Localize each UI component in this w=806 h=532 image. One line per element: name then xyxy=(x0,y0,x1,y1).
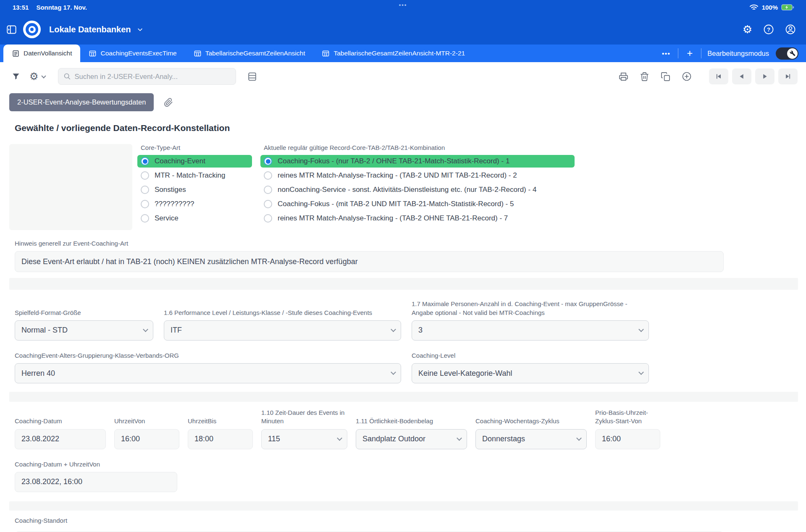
tab-tabellarischegesamtzeilenansicht[interactable]: TabellarischeGesamtZeilenAnsicht xyxy=(185,45,314,62)
table-view-icon xyxy=(194,50,202,58)
radio-option[interactable]: Coaching-Event xyxy=(137,155,252,168)
table-view-icon xyxy=(322,50,330,58)
form-row: Coaching-Standort TC Büchlberg xyxy=(0,516,806,532)
wrench-icon xyxy=(787,48,798,59)
first-record-button[interactable] xyxy=(709,68,728,84)
radio-icon xyxy=(141,214,149,223)
wochentag-field: Coaching-Wochentags-Zyklus Donnerstags xyxy=(475,417,587,449)
max-personen-dropdown[interactable]: 3 xyxy=(412,320,649,341)
multitask-dots[interactable]: ••• xyxy=(399,2,407,8)
coaching-datum-input[interactable]: 23.08.2022 xyxy=(15,429,106,449)
field-label: UhrzeitBis xyxy=(188,417,253,425)
view-settings-gear-icon[interactable]: ⚙ xyxy=(29,71,39,81)
attachment-paperclip-icon[interactable] xyxy=(164,98,173,107)
datum-uhrzeit-input[interactable]: 23.08.2022, 16:00 xyxy=(15,472,177,492)
divider xyxy=(701,48,701,58)
last-record-button[interactable] xyxy=(778,68,798,84)
ninox-logo[interactable] xyxy=(23,21,41,38)
form-view-icon xyxy=(12,50,20,58)
workspace-chevron-down-icon[interactable] xyxy=(137,26,143,33)
radio-option-label: Coaching-Event xyxy=(155,157,205,165)
tab-tabellarischegesamtzeilenansicht-mtr-2-21[interactable]: TabellarischeGesamtZeilenAnsicht-MTR-2-2… xyxy=(313,45,473,62)
uhrzeit-bis-field: UhrzeitBis 18:00 xyxy=(188,417,253,449)
prio-start-input[interactable]: 16:00 xyxy=(595,429,660,449)
tab-coachingeventsexectime[interactable]: CoachingEventsExecTime xyxy=(80,45,185,62)
hinweis-field: Hinweis generell zur Event-Coaching-Art … xyxy=(15,239,806,272)
radio-option[interactable]: nonCoaching-Service - sonst. Aktivitäts-… xyxy=(260,183,575,196)
spielfeld-field: Spielfeld-Format-Größe Normal - STD xyxy=(15,309,153,341)
radio-option[interactable]: reines MTR Match-Analyse-Tracking - (TAB… xyxy=(260,212,575,225)
bodenbelag-dropdown[interactable]: Sandplatz Outdoor xyxy=(356,429,467,449)
field-label: 1.7 Maximale Personen-Anzahl in d. Coach… xyxy=(412,300,649,317)
dropdown-value: Keine Level-Kategorie-Wahl xyxy=(418,369,512,378)
add-record-icon[interactable] xyxy=(682,71,692,81)
field-label: Prio-Basis-Uhrzeit-Zyklus-Start-Von xyxy=(595,409,660,426)
field-label: 1.11 Örtlichkeit-Bodenbelag xyxy=(356,417,467,425)
field-label: 1.10 Zeit-Dauer des Events in Minuten xyxy=(261,409,347,426)
form-row: Coaching-Datum + UhrzeitVon 23.08.2022, … xyxy=(0,460,806,492)
print-icon[interactable] xyxy=(619,72,628,81)
section-divider xyxy=(9,501,798,511)
performance-dropdown[interactable]: ITF xyxy=(164,320,401,341)
duplicate-record-icon[interactable] xyxy=(661,72,670,81)
coaching-level-field: Coaching-Level Keine Level-Kategorie-Wah… xyxy=(412,351,649,383)
edit-mode-toggle[interactable] xyxy=(776,47,798,60)
radio-option[interactable]: MTR - Match-Tracking xyxy=(137,169,252,182)
uhrzeit-von-field: UhrzeitVon 16:00 xyxy=(114,417,179,449)
view-tab-bar: DatenVollansicht CoachingEventsExecTime … xyxy=(0,45,806,62)
spielfeld-dropdown[interactable]: Normal - STD xyxy=(15,320,153,341)
radio-option[interactable]: Service xyxy=(137,212,252,225)
search-input[interactable]: Suchen in 2-USER-Event-Analy... xyxy=(58,68,236,85)
chevron-down-icon xyxy=(457,435,462,441)
radio-option[interactable]: ?????????? xyxy=(137,198,252,210)
help-icon[interactable]: ? xyxy=(763,24,774,35)
radio-option[interactable]: Sonstiges xyxy=(137,183,252,196)
table-name-button[interactable]: 2-USER-Event-Analyse-Bewertungsdaten xyxy=(9,93,154,111)
wochentag-dropdown[interactable]: Donnerstags xyxy=(475,429,587,449)
uhrzeit-bis-input[interactable]: 18:00 xyxy=(188,429,253,449)
hinweis-input[interactable]: Diese Event-Art erlaubt / hat in TAB-21 … xyxy=(15,251,724,272)
radio-option[interactable]: Coaching-Fokus - (nur TAB-2 / OHNE TAB-2… xyxy=(260,155,575,168)
radio-option-label: ?????????? xyxy=(155,200,194,208)
table-view-icon xyxy=(89,50,97,58)
radio-option[interactable]: Coaching-Fokus - (mit TAB-2 UND MIT TAB-… xyxy=(260,198,575,210)
edit-mode-label: Bearbeitungsmodus xyxy=(707,50,769,58)
uhrzeit-von-input[interactable]: 16:00 xyxy=(114,429,179,449)
more-tabs-button[interactable]: ••• xyxy=(654,50,678,57)
chevron-down-icon[interactable] xyxy=(41,73,46,78)
alters-gruppe-dropdown[interactable]: Herren 40 xyxy=(15,363,401,383)
datum-uhrzeit-field: Coaching-Datum + UhrzeitVon 23.08.2022, … xyxy=(15,460,177,492)
delete-record-icon[interactable] xyxy=(640,72,649,81)
record-constellation-zone: Core-Type-Art Coaching-Event MTR - Match… xyxy=(0,144,806,230)
wifi-icon xyxy=(749,4,759,10)
workspace-title[interactable]: Lokale Datenbanken xyxy=(49,25,131,34)
next-record-button[interactable] xyxy=(755,68,774,84)
field-label: Coaching-Datum + UhrzeitVon xyxy=(15,460,177,469)
tab-datenvollansicht[interactable]: DatenVollansicht xyxy=(3,45,80,62)
record-header-row: 2-USER-Event-Analyse-Bewertungsdaten xyxy=(0,91,806,116)
radio-option-label: Sonstiges xyxy=(155,186,186,194)
coaching-level-dropdown[interactable]: Keine Level-Kategorie-Wahl xyxy=(412,363,649,383)
radio-option-label: Coaching-Fokus - (nur TAB-2 / OHNE TAB-2… xyxy=(278,157,509,165)
dropdown-value: Normal - STD xyxy=(21,326,68,335)
prio-start-field: Prio-Basis-Uhrzeit-Zyklus-Start-Von 16:0… xyxy=(595,409,660,449)
previous-record-button[interactable] xyxy=(732,68,751,84)
sidebar-toggle-icon[interactable] xyxy=(6,24,17,35)
dauer-dropdown[interactable]: 115 xyxy=(261,429,347,449)
radio-icon xyxy=(141,200,149,208)
radio-icon xyxy=(264,171,272,180)
field-label: 1.6 Performance Level / Leistungs-Klasse… xyxy=(164,309,401,317)
radio-option[interactable]: reines MTR Match-Analyse-Tracking - (TAB… xyxy=(260,169,575,182)
field-label: Aktuelle regulär gültige Record-Core-TAB… xyxy=(260,144,575,151)
account-icon[interactable] xyxy=(785,24,796,35)
row-layout-icon[interactable] xyxy=(247,71,257,82)
filter-icon[interactable] xyxy=(12,72,20,81)
app-header: Lokale Datenbanken ⚙ ? xyxy=(0,14,806,45)
add-tab-button[interactable]: + xyxy=(678,48,701,58)
image-placeholder[interactable] xyxy=(9,144,132,230)
dropdown-value: Herren 40 xyxy=(21,369,55,378)
field-label: Coaching-Datum xyxy=(15,417,106,425)
settings-gear-icon[interactable]: ⚙ xyxy=(743,24,752,35)
record-combination-radio-group: Aktuelle regulär gültige Record-Core-TAB… xyxy=(260,144,575,230)
chevron-down-icon xyxy=(143,327,148,332)
